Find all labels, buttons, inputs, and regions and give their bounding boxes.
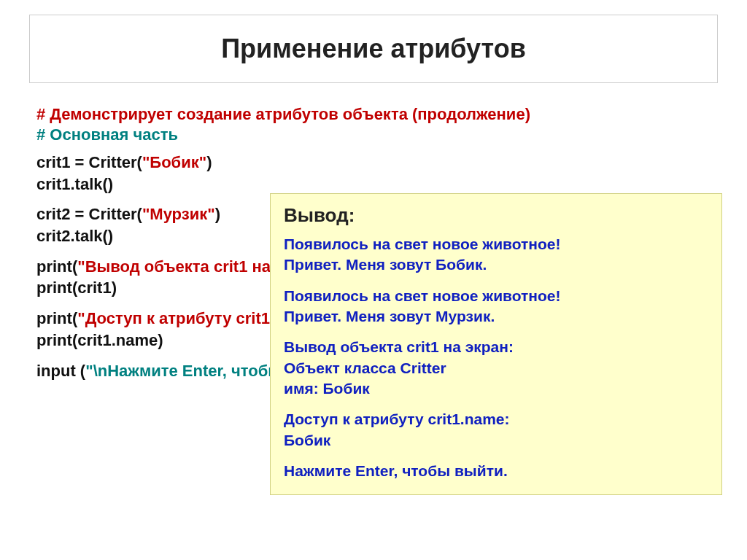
- slide-title: Применение атрибутов: [44, 34, 703, 64]
- code-text: crit1 = Critter(: [36, 153, 142, 171]
- output-line: имя: Бобик: [284, 380, 370, 397]
- output-line: Нажмите Enter, чтобы выйти.: [284, 462, 508, 479]
- output-group-3: Вывод объекта crit1 на экран: Объект кла…: [284, 337, 708, 399]
- output-line: Доступ к атрибуту crit1.name:: [284, 411, 510, 427]
- comment-line-1: # Демонстрирует создание атрибутов объек…: [36, 105, 711, 124]
- output-line: Вывод объекта crit1 на экран:: [284, 338, 514, 355]
- code-text: crit2.talk(): [36, 227, 113, 245]
- code-text: crit2 = Critter(: [36, 205, 142, 223]
- code-string: "Бобик": [142, 153, 206, 171]
- code-text: crit1.talk(): [36, 175, 113, 193]
- code-text: print(: [36, 309, 77, 327]
- output-title: Вывод:: [284, 204, 708, 227]
- output-line: Привет. Меня зовут Бобик.: [284, 256, 487, 273]
- comment-line-2: # Основная часть: [36, 125, 711, 144]
- output-group-2: Появилось на свет новое животное! Привет…: [284, 286, 708, 327]
- output-line: Объект класса Critter: [284, 359, 446, 376]
- code-text: print(: [36, 257, 77, 276]
- code-text: print(crit1.name): [36, 331, 163, 349]
- code-text: ): [215, 205, 220, 223]
- output-group-4: Доступ к атрибуту crit1.name: Бобик: [284, 409, 708, 451]
- output-group-1: Появилось на свет новое животное! Привет…: [284, 234, 708, 276]
- code-text: input (: [36, 362, 85, 380]
- output-group-5: Нажмите Enter, чтобы выйти.: [284, 461, 708, 481]
- code-text: ): [206, 153, 212, 171]
- output-line: Появилось на свет новое животное!: [284, 287, 560, 304]
- slide-title-box: Применение атрибутов: [29, 15, 718, 83]
- code-block-1: crit1 = Critter("Бобик") crit1.talk(): [36, 152, 711, 195]
- output-panel: Вывод: Появилось на свет новое животное!…: [270, 193, 722, 495]
- output-line: Привет. Меня зовут Мурзик.: [284, 308, 495, 324]
- code-string: "Мурзик": [142, 205, 215, 223]
- code-text: print(crit1): [36, 279, 117, 297]
- output-line: Появилось на свет новое животное!: [284, 236, 560, 252]
- output-line: Бобик: [284, 432, 330, 448]
